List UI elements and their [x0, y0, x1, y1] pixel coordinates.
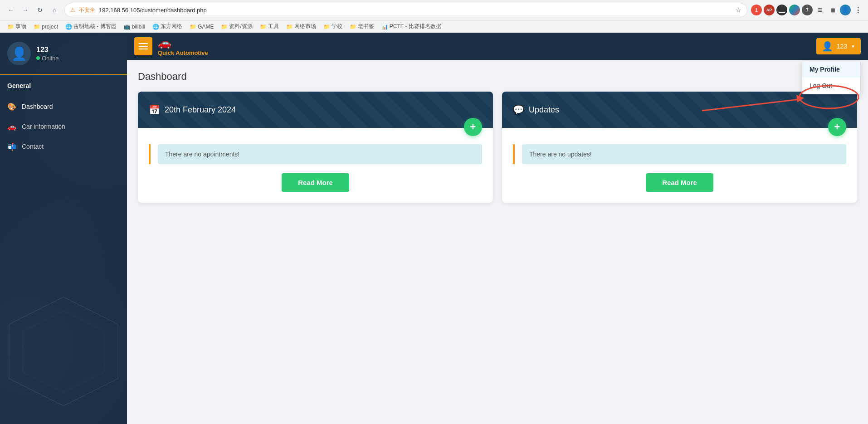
- bookmark-folder-icon-7: 📁: [221, 24, 228, 30]
- browser-icons: 1 AP ⎯⎯ 7 ☰ ▦ 👤 ⋮: [751, 5, 863, 15]
- sidebar-profile: 👤 123 Online: [0, 33, 127, 74]
- logo-text: Quick Automotive: [158, 49, 208, 56]
- bookmark-label-5: 东方网络: [161, 23, 182, 30]
- bookmark-star-icon[interactable]: ☆: [736, 6, 741, 14]
- back-button[interactable]: ←: [5, 4, 17, 16]
- updates-card-title: 💬 Updates: [513, 104, 559, 115]
- more-options-icon[interactable]: ⋮: [853, 5, 863, 15]
- extension-icon-7[interactable]: ▦: [827, 5, 838, 15]
- forward-button[interactable]: →: [19, 4, 32, 16]
- user-icon: 👤: [822, 41, 833, 52]
- extension-icon-4[interactable]: [789, 5, 800, 15]
- bookmark-resources[interactable]: 📁 资料/资源: [218, 22, 255, 31]
- appointments-card-title: 📅 20th February 2024: [149, 104, 236, 115]
- bookmark-school[interactable]: 📁 学校: [321, 22, 345, 31]
- bookmark-label-9: 网络市场: [294, 23, 316, 30]
- bookmark-project[interactable]: 📁 project: [31, 23, 61, 31]
- extension-icon-3[interactable]: ⎯⎯: [776, 5, 787, 15]
- security-label: 不安全: [79, 6, 95, 14]
- dashboard-icon: 🎨: [7, 102, 16, 111]
- logo-car-icon: 🚗: [158, 37, 171, 49]
- bookmark-icon-12: 📊: [381, 24, 388, 30]
- extension-icon-2[interactable]: AP: [764, 5, 775, 15]
- user-dropdown-menu: My Profile Log Out →: [802, 61, 861, 94]
- extension-icon-6[interactable]: ☰: [814, 5, 825, 15]
- hamburger-button[interactable]: [134, 37, 152, 55]
- sidebar-item-dashboard[interactable]: 🎨 Dashboard: [0, 97, 127, 117]
- reload-button[interactable]: ↻: [34, 4, 46, 16]
- logout-menu-item[interactable]: Log Out →: [802, 78, 860, 94]
- bookmark-pctf[interactable]: 📊 PCTF - 比赛排名数据: [379, 22, 444, 31]
- updates-read-more-button[interactable]: Read More: [646, 173, 713, 192]
- user-menu-button[interactable]: 👤 123 ▼: [816, 38, 861, 54]
- bookmark-label-6: GAME: [198, 24, 214, 30]
- bookmark-folder-icon-6: 📁: [190, 24, 196, 30]
- chevron-down-icon: ▼: [851, 44, 855, 49]
- svg-marker-0: [9, 297, 118, 406]
- top-header: 🚗 Quick Automotive 👤 123 ▼ My Profile Lo…: [127, 33, 868, 60]
- bookmark-label-8: 工具: [268, 23, 279, 30]
- nav-buttons: ← → ↻ ⌂: [5, 4, 61, 16]
- bookmark-dfwl[interactable]: 🌐 东方网络: [150, 22, 185, 31]
- my-profile-menu-item[interactable]: My Profile: [802, 61, 860, 78]
- bookmark-icon-4: 📺: [124, 24, 131, 30]
- status-label: Online: [42, 55, 59, 62]
- bookmark-tools[interactable]: 📁 工具: [257, 22, 282, 31]
- calendar-icon: 📅: [149, 104, 160, 115]
- profile-info: 123 Online: [36, 46, 59, 62]
- bookmark-game[interactable]: 📁 GAME: [187, 23, 216, 31]
- extension-icon-1[interactable]: 1: [751, 5, 762, 15]
- bookmark-bilibili[interactable]: 📺 bilibili: [121, 23, 148, 31]
- updates-empty-message: There are no updates!: [522, 144, 846, 164]
- bookmark-shiwu[interactable]: 📁 事物: [5, 22, 29, 31]
- sidebar-section-general: General: [0, 78, 127, 93]
- bookmark-label-7: 资料/资源: [229, 23, 252, 30]
- updates-border-section: There are no updates!: [513, 144, 846, 164]
- appointments-empty-message: There are no apointments!: [158, 144, 482, 164]
- appointments-title-text: 20th February 2024: [165, 105, 236, 115]
- bookmark-icon-3: 🌐: [65, 24, 72, 30]
- updates-icon: 💬: [513, 104, 524, 115]
- logo-area: 🚗 Quick Automotive: [158, 37, 208, 56]
- appointments-border-section: There are no apointments!: [149, 144, 482, 164]
- sidebar-item-car-information[interactable]: 🚗 Car information: [0, 117, 127, 136]
- add-update-button[interactable]: +: [828, 118, 846, 136]
- browser-chrome: ← → ↻ ⌂ ⚠ 不安全 ☆ 1 AP ⎯⎯ 7 ☰ ▦ 👤 ⋮ 📁 事物: [0, 0, 868, 33]
- bookmark-label-2: project: [42, 24, 58, 30]
- bookmarks-bar: 📁 事物 📁 project 🌐 古明地核 - 博客园 📺 bilibili 🌐…: [0, 20, 868, 33]
- bookmark-folder-icon-8: 📁: [260, 24, 267, 30]
- appointments-read-more-button[interactable]: Read More: [282, 173, 349, 192]
- extension-icon-5[interactable]: 7: [802, 5, 813, 15]
- address-bar[interactable]: ⚠ 不安全 ☆: [64, 3, 747, 17]
- bookmark-folder-icon-2: 📁: [34, 24, 40, 30]
- appointments-card-header: 📅 20th February 2024 +: [138, 92, 493, 128]
- add-appointment-button[interactable]: +: [464, 118, 482, 136]
- header-left: 🚗 Quick Automotive: [134, 37, 208, 56]
- bookmark-label-4: bilibili: [132, 24, 145, 30]
- updates-card-body: There are no updates! Read More: [502, 128, 857, 203]
- svg-marker-1: [23, 311, 104, 392]
- bookmark-oldbooks[interactable]: 📁 老书签: [347, 22, 377, 31]
- sidebar-item-contact[interactable]: 📬 Contact: [0, 136, 127, 156]
- sidebar: 👤 123 Online General 🎨 Dashboard 🚗 Car i…: [0, 33, 127, 424]
- page-title: Dashboard: [138, 71, 857, 83]
- profile-status: Online: [36, 55, 59, 62]
- bookmark-label-12: PCTF - 比赛排名数据: [390, 23, 441, 30]
- car-icon: 🚗: [7, 122, 16, 131]
- sidebar-item-label-dashboard: Dashboard: [22, 103, 53, 110]
- main-area: 🚗 Quick Automotive 👤 123 ▼ My Profile Lo…: [127, 33, 868, 424]
- contact-icon: 📬: [7, 142, 16, 151]
- header-right: 👤 123 ▼ My Profile Log Out →: [816, 38, 861, 54]
- updates-card-header: 💬 Updates +: [502, 92, 857, 128]
- url-input[interactable]: [99, 7, 732, 14]
- hamburger-line-1: [139, 43, 148, 44]
- appointments-card: 📅 20th February 2024 + There are no apoi…: [138, 92, 493, 203]
- home-button[interactable]: ⌂: [48, 4, 61, 16]
- bookmark-label-3: 古明地核 - 博客园: [73, 23, 117, 30]
- bookmark-market[interactable]: 📁 网络市场: [283, 22, 319, 31]
- profile-avatar-browser[interactable]: 👤: [840, 5, 851, 15]
- header-username: 123: [837, 43, 847, 50]
- bookmark-mingdi[interactable]: 🌐 古明地核 - 博客园: [63, 22, 119, 31]
- bookmark-folder-icon-10: 📁: [323, 24, 330, 30]
- sidebar-item-label-car: Car information: [22, 123, 65, 130]
